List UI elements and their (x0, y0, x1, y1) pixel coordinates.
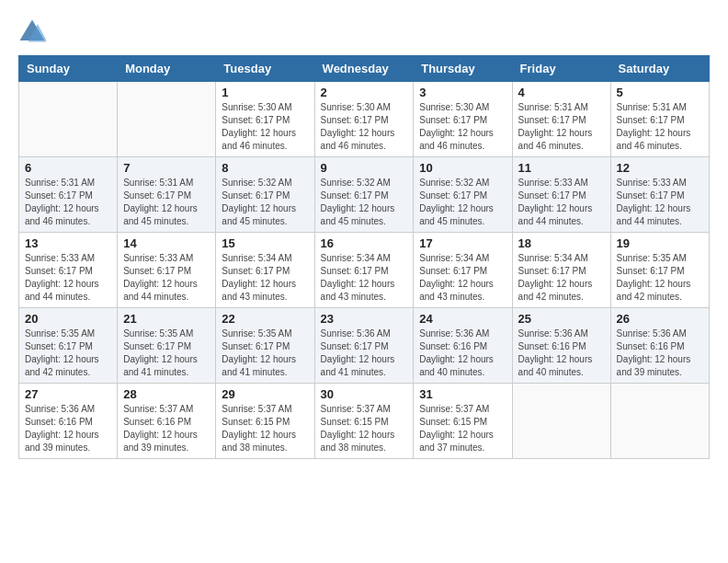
day-info: Sunrise: 5:31 AM Sunset: 6:17 PM Dayligh… (617, 101, 703, 153)
calendar-cell: 14Sunrise: 5:33 AM Sunset: 6:17 PM Dayli… (118, 233, 216, 308)
day-number: 12 (617, 161, 703, 175)
day-header-thursday: Thursday (414, 56, 512, 82)
day-number: 8 (222, 161, 308, 175)
day-number: 27 (25, 387, 111, 401)
day-number: 7 (123, 161, 210, 175)
day-info: Sunrise: 5:36 AM Sunset: 6:16 PM Dayligh… (617, 327, 703, 379)
day-header-saturday: Saturday (610, 56, 709, 82)
calendar-cell: 23Sunrise: 5:36 AM Sunset: 6:17 PM Dayli… (314, 308, 414, 384)
calendar-cell: 30Sunrise: 5:37 AM Sunset: 6:15 PM Dayli… (314, 384, 414, 459)
day-info: Sunrise: 5:30 AM Sunset: 6:17 PM Dayligh… (321, 101, 408, 153)
day-header-monday: Monday (118, 56, 216, 82)
day-info: Sunrise: 5:34 AM Sunset: 6:17 PM Dayligh… (419, 252, 506, 304)
day-info: Sunrise: 5:31 AM Sunset: 6:17 PM Dayligh… (518, 101, 605, 153)
day-info: Sunrise: 5:31 AM Sunset: 6:17 PM Dayligh… (123, 177, 210, 228)
calendar-cell: 17Sunrise: 5:34 AM Sunset: 6:17 PM Dayli… (414, 233, 512, 308)
logo (18, 18, 50, 46)
day-info: Sunrise: 5:36 AM Sunset: 6:16 PM Dayligh… (518, 327, 605, 379)
day-header-tuesday: Tuesday (216, 56, 314, 82)
day-info: Sunrise: 5:35 AM Sunset: 6:17 PM Dayligh… (222, 327, 308, 379)
day-number: 22 (222, 312, 308, 326)
day-info: Sunrise: 5:30 AM Sunset: 6:17 PM Dayligh… (222, 101, 308, 153)
calendar-cell: 25Sunrise: 5:36 AM Sunset: 6:16 PM Dayli… (512, 308, 610, 384)
day-number: 26 (617, 312, 703, 326)
day-number: 28 (123, 387, 210, 401)
calendar-cell (610, 384, 709, 459)
day-number: 21 (123, 312, 210, 326)
calendar-cell: 29Sunrise: 5:37 AM Sunset: 6:15 PM Dayli… (216, 384, 314, 459)
day-number: 10 (419, 161, 506, 175)
calendar: SundayMondayTuesdayWednesdayThursdayFrid… (18, 55, 710, 459)
day-info: Sunrise: 5:36 AM Sunset: 6:17 PM Dayligh… (321, 327, 408, 379)
calendar-week-row: 1Sunrise: 5:30 AM Sunset: 6:17 PM Daylig… (19, 82, 710, 157)
day-info: Sunrise: 5:36 AM Sunset: 6:16 PM Dayligh… (419, 327, 506, 379)
calendar-cell: 21Sunrise: 5:35 AM Sunset: 6:17 PM Dayli… (118, 308, 216, 384)
page-header (18, 18, 710, 46)
day-info: Sunrise: 5:32 AM Sunset: 6:17 PM Dayligh… (419, 177, 506, 228)
calendar-cell: 19Sunrise: 5:35 AM Sunset: 6:17 PM Dayli… (610, 233, 709, 308)
calendar-cell: 15Sunrise: 5:34 AM Sunset: 6:17 PM Dayli… (216, 233, 314, 308)
day-info: Sunrise: 5:32 AM Sunset: 6:17 PM Dayligh… (321, 177, 408, 228)
day-number: 6 (25, 161, 111, 175)
calendar-cell: 26Sunrise: 5:36 AM Sunset: 6:16 PM Dayli… (610, 308, 709, 384)
day-info: Sunrise: 5:34 AM Sunset: 6:17 PM Dayligh… (518, 252, 605, 304)
day-number: 13 (25, 236, 111, 250)
day-number: 9 (321, 161, 408, 175)
day-number: 5 (617, 86, 703, 99)
day-header-wednesday: Wednesday (314, 56, 414, 82)
day-info: Sunrise: 5:35 AM Sunset: 6:17 PM Dayligh… (123, 327, 210, 379)
day-info: Sunrise: 5:35 AM Sunset: 6:17 PM Dayligh… (617, 252, 703, 304)
calendar-header-row: SundayMondayTuesdayWednesdayThursdayFrid… (19, 56, 710, 82)
day-info: Sunrise: 5:33 AM Sunset: 6:17 PM Dayligh… (25, 252, 111, 304)
day-info: Sunrise: 5:30 AM Sunset: 6:17 PM Dayligh… (419, 101, 506, 153)
day-header-friday: Friday (512, 56, 610, 82)
day-number: 11 (518, 161, 605, 175)
day-number: 25 (518, 312, 605, 326)
day-number: 18 (518, 236, 605, 250)
day-number: 1 (222, 86, 308, 99)
day-number: 31 (419, 387, 506, 401)
calendar-cell: 20Sunrise: 5:35 AM Sunset: 6:17 PM Dayli… (19, 308, 118, 384)
day-header-sunday: Sunday (19, 56, 118, 82)
day-info: Sunrise: 5:32 AM Sunset: 6:17 PM Dayligh… (222, 177, 308, 228)
calendar-cell: 6Sunrise: 5:31 AM Sunset: 6:17 PM Daylig… (19, 157, 118, 233)
logo-icon (18, 18, 46, 46)
day-number: 15 (222, 236, 308, 250)
day-info: Sunrise: 5:37 AM Sunset: 6:15 PM Dayligh… (321, 403, 408, 454)
calendar-cell: 2Sunrise: 5:30 AM Sunset: 6:17 PM Daylig… (314, 82, 414, 157)
day-number: 3 (419, 86, 506, 99)
day-info: Sunrise: 5:31 AM Sunset: 6:17 PM Dayligh… (25, 177, 111, 228)
calendar-cell: 8Sunrise: 5:32 AM Sunset: 6:17 PM Daylig… (216, 157, 314, 233)
calendar-cell: 16Sunrise: 5:34 AM Sunset: 6:17 PM Dayli… (314, 233, 414, 308)
calendar-cell (19, 82, 118, 157)
calendar-cell: 13Sunrise: 5:33 AM Sunset: 6:17 PM Dayli… (19, 233, 118, 308)
day-info: Sunrise: 5:33 AM Sunset: 6:17 PM Dayligh… (617, 177, 703, 228)
calendar-week-row: 20Sunrise: 5:35 AM Sunset: 6:17 PM Dayli… (19, 308, 710, 384)
calendar-cell: 9Sunrise: 5:32 AM Sunset: 6:17 PM Daylig… (314, 157, 414, 233)
calendar-cell (512, 384, 610, 459)
day-info: Sunrise: 5:35 AM Sunset: 6:17 PM Dayligh… (25, 327, 111, 379)
calendar-week-row: 13Sunrise: 5:33 AM Sunset: 6:17 PM Dayli… (19, 233, 710, 308)
calendar-cell (118, 82, 216, 157)
calendar-cell: 1Sunrise: 5:30 AM Sunset: 6:17 PM Daylig… (216, 82, 314, 157)
day-number: 14 (123, 236, 210, 250)
calendar-cell: 4Sunrise: 5:31 AM Sunset: 6:17 PM Daylig… (512, 82, 610, 157)
calendar-cell: 5Sunrise: 5:31 AM Sunset: 6:17 PM Daylig… (610, 82, 709, 157)
calendar-week-row: 27Sunrise: 5:36 AM Sunset: 6:16 PM Dayli… (19, 384, 710, 459)
day-number: 4 (518, 86, 605, 99)
day-number: 20 (25, 312, 111, 326)
day-info: Sunrise: 5:37 AM Sunset: 6:16 PM Dayligh… (123, 403, 210, 454)
calendar-cell: 31Sunrise: 5:37 AM Sunset: 6:15 PM Dayli… (414, 384, 512, 459)
calendar-cell: 22Sunrise: 5:35 AM Sunset: 6:17 PM Dayli… (216, 308, 314, 384)
calendar-cell: 27Sunrise: 5:36 AM Sunset: 6:16 PM Dayli… (19, 384, 118, 459)
calendar-cell: 18Sunrise: 5:34 AM Sunset: 6:17 PM Dayli… (512, 233, 610, 308)
day-info: Sunrise: 5:36 AM Sunset: 6:16 PM Dayligh… (25, 403, 111, 454)
day-number: 24 (419, 312, 506, 326)
day-number: 17 (419, 236, 506, 250)
calendar-cell: 7Sunrise: 5:31 AM Sunset: 6:17 PM Daylig… (118, 157, 216, 233)
day-number: 16 (321, 236, 408, 250)
day-number: 29 (222, 387, 308, 401)
calendar-cell: 11Sunrise: 5:33 AM Sunset: 6:17 PM Dayli… (512, 157, 610, 233)
calendar-cell: 12Sunrise: 5:33 AM Sunset: 6:17 PM Dayli… (610, 157, 709, 233)
calendar-cell: 3Sunrise: 5:30 AM Sunset: 6:17 PM Daylig… (414, 82, 512, 157)
